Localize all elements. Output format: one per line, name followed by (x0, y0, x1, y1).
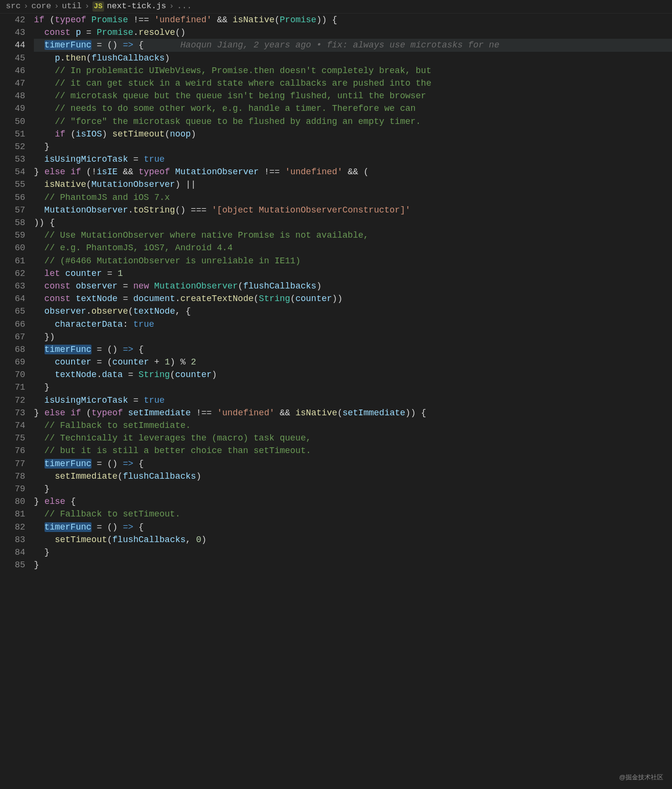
line-number: 62 (0, 267, 25, 280)
selected-occurrence: timerFunc (45, 459, 92, 469)
code-line[interactable]: // Fallback to setTimeout. (34, 508, 672, 520)
git-blame-annotation: Haoqun Jiang, 2 years ago • fix: always … (181, 40, 500, 50)
code-line[interactable]: if (isIOS) setTimeout(noop) (34, 128, 672, 140)
line-number: 84 (0, 546, 25, 559)
line-number: 66 (0, 318, 25, 331)
chevron-right-icon: › (85, 0, 90, 13)
code-line[interactable]: setTimeout(flushCallbacks, 0) (34, 533, 672, 546)
line-number: 60 (0, 242, 25, 254)
code-line[interactable]: timerFunc = () => { (34, 457, 672, 470)
line-number: 77 (0, 457, 25, 470)
code-line[interactable]: }) (34, 331, 672, 343)
line-number: 50 (0, 115, 25, 128)
selected-occurrence: timerFunc (45, 40, 92, 50)
code-line[interactable]: } else { (34, 495, 672, 508)
code-line[interactable]: if (typeof Promise !== 'undefined' && is… (34, 14, 672, 26)
code-line[interactable]: } (34, 559, 672, 571)
line-number: 61 (0, 255, 25, 267)
code-line[interactable]: timerFunc = () => { (34, 521, 672, 533)
line-number: 78 (0, 470, 25, 483)
line-number: 63 (0, 280, 25, 292)
line-number: 74 (0, 419, 25, 432)
code-line[interactable]: // microtask queue but the queue isn't b… (34, 90, 672, 102)
line-number: 73 (0, 407, 25, 419)
line-number: 57 (0, 204, 25, 216)
line-number: 80 (0, 495, 25, 508)
code-line[interactable]: // it can get stuck in a weird state whe… (34, 77, 672, 90)
breadcrumb-part[interactable]: util (62, 0, 82, 13)
code-line[interactable]: } else if (typeof setImmediate !== 'unde… (34, 407, 672, 419)
selected-occurrence: timerFunc (45, 522, 92, 532)
code-line[interactable]: isUsingMicroTask = true (34, 153, 672, 166)
code-line[interactable]: } else if (!isIE && typeof MutationObser… (34, 166, 672, 178)
code-line[interactable]: characterData: true (34, 318, 672, 331)
breadcrumb-part[interactable]: src (6, 0, 21, 13)
code-line[interactable]: textNode.data = String(counter) (34, 368, 672, 381)
line-number: 67 (0, 331, 25, 343)
code-line[interactable]: // but it is still a better choice than … (34, 444, 672, 457)
breadcrumb-file[interactable]: next-tick.js (107, 0, 166, 13)
js-file-icon: JS (92, 1, 104, 12)
line-number-gutter: 4243444546474849505152535455565758596061… (0, 14, 34, 789)
line-number: 59 (0, 229, 25, 242)
breadcrumb-symbol[interactable]: ... (177, 0, 192, 13)
line-number: 48 (0, 90, 25, 102)
code-line[interactable]: )) { (34, 216, 672, 229)
code-line[interactable]: const observer = new MutationObserver(fl… (34, 280, 672, 292)
breadcrumb-part[interactable]: core (31, 0, 51, 13)
line-number: 79 (0, 483, 25, 495)
line-number: 71 (0, 381, 25, 394)
code-content[interactable]: if (typeof Promise !== 'undefined' && is… (34, 14, 672, 789)
code-line[interactable]: timerFunc = () => { Haoqun Jiang, 2 year… (34, 39, 672, 51)
line-number: 49 (0, 102, 25, 115)
code-line[interactable]: } (34, 140, 672, 153)
code-line[interactable]: // Fallback to setImmediate. (34, 419, 672, 432)
line-number: 65 (0, 305, 25, 318)
line-number: 47 (0, 77, 25, 90)
code-line[interactable]: const textNode = document.createTextNode… (34, 292, 672, 305)
line-number: 81 (0, 508, 25, 520)
line-number: 82 (0, 521, 25, 533)
code-line[interactable]: // PhantomJS and iOS 7.x (34, 191, 672, 204)
code-line[interactable]: counter = (counter + 1) % 2 (34, 356, 672, 368)
line-number: 76 (0, 444, 25, 457)
code-line[interactable]: MutationObserver.toString() === '[object… (34, 204, 672, 216)
chevron-right-icon: › (169, 0, 174, 13)
code-line[interactable]: // Technically it leverages the (macro) … (34, 432, 672, 444)
line-number: 51 (0, 128, 25, 140)
code-line[interactable]: } (34, 483, 672, 495)
code-line[interactable]: } (34, 381, 672, 394)
line-number: 68 (0, 343, 25, 356)
line-number: 42 (0, 14, 25, 26)
line-number: 54 (0, 166, 25, 178)
line-number: 70 (0, 368, 25, 381)
code-line[interactable]: // (#6466 MutationObserver is unreliable… (34, 255, 672, 267)
code-editor[interactable]: 4243444546474849505152535455565758596061… (0, 14, 672, 789)
line-number: 44 (0, 39, 25, 51)
line-number: 69 (0, 356, 25, 368)
code-line[interactable]: p.then(flushCallbacks) (34, 52, 672, 64)
line-number: 85 (0, 559, 25, 571)
code-line[interactable]: // e.g. PhantomJS, iOS7, Android 4.4 (34, 242, 672, 254)
line-number: 83 (0, 533, 25, 546)
code-line[interactable]: observer.observe(textNode, { (34, 305, 672, 318)
code-line[interactable]: // needs to do some other work, e.g. han… (34, 102, 672, 115)
watermark: @掘金技术社区 (619, 773, 663, 782)
code-line[interactable]: isNative(MutationObserver) || (34, 178, 672, 191)
code-line[interactable]: // Use MutationObserver where native Pro… (34, 229, 672, 242)
code-line[interactable]: isUsingMicroTask = true (34, 394, 672, 407)
code-line[interactable]: } (34, 546, 672, 559)
line-number: 43 (0, 26, 25, 39)
code-line[interactable]: // In problematic UIWebViews, Promise.th… (34, 64, 672, 77)
line-number: 55 (0, 178, 25, 191)
breadcrumb[interactable]: src › core › util › JS next-tick.js › ..… (0, 0, 672, 14)
code-line[interactable]: // "force" the microtask queue to be flu… (34, 115, 672, 128)
line-number: 52 (0, 140, 25, 153)
code-line[interactable]: setImmediate(flushCallbacks) (34, 470, 672, 483)
code-line[interactable]: timerFunc = () => { (34, 343, 672, 356)
line-number: 56 (0, 191, 25, 204)
line-number: 53 (0, 153, 25, 166)
code-line[interactable]: let counter = 1 (34, 267, 672, 280)
code-line[interactable]: const p = Promise.resolve() (34, 26, 672, 39)
line-number: 64 (0, 292, 25, 305)
